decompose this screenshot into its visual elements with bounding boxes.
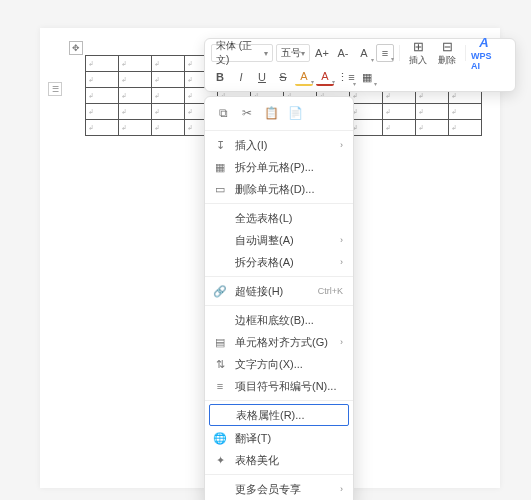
- menu-item[interactable]: ↧插入(I)›: [205, 134, 353, 156]
- table-cell[interactable]: [119, 120, 152, 136]
- menu-item-label: 自动调整(A): [235, 233, 332, 248]
- table-cell[interactable]: [416, 120, 449, 136]
- menu-item-icon: ⇅: [213, 358, 227, 371]
- table-cell[interactable]: [86, 56, 119, 72]
- chevron-right-icon: ›: [340, 484, 343, 494]
- delete-button[interactable]: ⊟删除: [434, 39, 460, 67]
- menu-item-label: 删除单元格(D)...: [235, 182, 343, 197]
- strike-button[interactable]: S: [274, 68, 292, 86]
- increase-font-button[interactable]: A+: [313, 44, 331, 62]
- table-cell[interactable]: [86, 88, 119, 104]
- table-cell[interactable]: [449, 104, 482, 120]
- menu-item-icon: ≡: [213, 380, 227, 392]
- menu-item[interactable]: 🔗超链接(H)Ctrl+K: [205, 280, 353, 302]
- decrease-font-button[interactable]: A-: [334, 44, 352, 62]
- menu-item-icon: ↧: [213, 139, 227, 152]
- menu-item[interactable]: ✦表格美化: [205, 449, 353, 471]
- chevron-right-icon: ›: [340, 337, 343, 347]
- table-cell[interactable]: [152, 120, 185, 136]
- menu-item[interactable]: ▤单元格对齐方式(G)›: [205, 331, 353, 353]
- font-color-button[interactable]: A: [316, 68, 334, 86]
- table-cell[interactable]: [152, 56, 185, 72]
- menu-item[interactable]: ▦拆分单元格(P)...: [205, 156, 353, 178]
- menu-item-icon: 🌐: [213, 432, 227, 445]
- menu-item-label: 全选表格(L): [235, 211, 343, 226]
- highlight-color-button[interactable]: A: [295, 68, 313, 86]
- italic-button[interactable]: I: [232, 68, 250, 86]
- floating-format-toolbar: 宋体 (正文)▾ 五号▾ A+ A- A ≡ ⊞插入 ⊟删除 AWPS AI B…: [204, 38, 516, 92]
- table-cell[interactable]: [383, 120, 416, 136]
- menu-item-icon: ▭: [213, 183, 227, 196]
- menu-item[interactable]: 更多会员专享›: [205, 478, 353, 500]
- menu-item-icon: ▤: [213, 336, 227, 349]
- font-size-select[interactable]: 五号▾: [276, 44, 310, 62]
- menu-item-icon: 🔗: [213, 285, 227, 298]
- menu-item[interactable]: 全选表格(L): [205, 207, 353, 229]
- menu-item-label: 项目符号和编号(N)...: [235, 379, 343, 394]
- table-cell[interactable]: [119, 56, 152, 72]
- bold-button[interactable]: B: [211, 68, 229, 86]
- menu-item[interactable]: ≡项目符号和编号(N)...: [205, 375, 353, 397]
- menu-item[interactable]: ▭删除单元格(D)...: [205, 178, 353, 200]
- menu-item-label: 更多会员专享: [235, 482, 332, 497]
- table-cell[interactable]: [350, 120, 383, 136]
- chevron-right-icon: ›: [340, 235, 343, 245]
- menu-item-label: 拆分单元格(P)...: [235, 160, 343, 175]
- menu-item-icon: ▦: [213, 161, 227, 174]
- insert-icon: ⊞: [413, 39, 424, 53]
- menu-item-shortcut: Ctrl+K: [318, 286, 343, 296]
- border-button[interactable]: ▦: [358, 68, 376, 86]
- menu-item-label: 插入(I): [235, 138, 332, 153]
- font-family-select[interactable]: 宋体 (正文)▾: [211, 44, 273, 62]
- table-cell[interactable]: [449, 120, 482, 136]
- table-cell[interactable]: [86, 104, 119, 120]
- chevron-right-icon: ›: [340, 257, 343, 267]
- chevron-right-icon: ›: [340, 140, 343, 150]
- menu-item-icon: ✦: [213, 454, 227, 467]
- table-cell[interactable]: [86, 72, 119, 88]
- table-cell[interactable]: [350, 104, 383, 120]
- paste-icon[interactable]: 📋: [263, 105, 279, 121]
- table-context-menu: ⧉ ✂ 📋 📄 ↧插入(I)›▦拆分单元格(P)...▭删除单元格(D)...全…: [204, 96, 354, 500]
- table-cell[interactable]: [152, 72, 185, 88]
- menu-item[interactable]: 边框和底纹(B)...: [205, 309, 353, 331]
- menu-item[interactable]: ⇅文字方向(X)...: [205, 353, 353, 375]
- menu-item-label: 表格属性(R)...: [236, 408, 338, 423]
- menu-item-label: 超链接(H): [235, 284, 310, 299]
- insert-button[interactable]: ⊞插入: [405, 39, 431, 67]
- table-cell[interactable]: [152, 88, 185, 104]
- delete-icon: ⊟: [442, 39, 453, 53]
- menu-item[interactable]: 拆分表格(A)›: [205, 251, 353, 273]
- underline-button[interactable]: U: [253, 68, 271, 86]
- table-cell[interactable]: [86, 120, 119, 136]
- paste-special-icon[interactable]: 📄: [287, 105, 303, 121]
- copy-icon[interactable]: ⧉: [215, 105, 231, 121]
- menu-item[interactable]: 🌐翻译(T): [205, 427, 353, 449]
- cut-icon[interactable]: ✂: [239, 105, 255, 121]
- table-move-handle[interactable]: ✥: [69, 41, 83, 55]
- menu-item-label: 翻译(T): [235, 431, 343, 446]
- menu-item[interactable]: 表格属性(R)...: [209, 404, 349, 426]
- menu-item-label: 拆分表格(A): [235, 255, 332, 270]
- menu-item-label: 表格美化: [235, 453, 343, 468]
- clear-format-button[interactable]: A: [355, 44, 373, 62]
- menu-item[interactable]: 自动调整(A)›: [205, 229, 353, 251]
- table-cell[interactable]: [383, 104, 416, 120]
- menu-item-label: 文字方向(X)...: [235, 357, 343, 372]
- menu-item-label: 边框和底纹(B)...: [235, 313, 343, 328]
- table-cell[interactable]: [416, 104, 449, 120]
- align-button[interactable]: ≡: [376, 44, 394, 62]
- table-cell[interactable]: [119, 104, 152, 120]
- list-button[interactable]: ⋮≡: [337, 68, 355, 86]
- table-cell[interactable]: [119, 88, 152, 104]
- ai-icon: A: [479, 36, 488, 50]
- border-icon: ▦: [362, 71, 372, 84]
- table-cell[interactable]: [152, 104, 185, 120]
- menu-item-label: 单元格对齐方式(G): [235, 335, 332, 350]
- table-cell[interactable]: [119, 72, 152, 88]
- context-clipboard-row: ⧉ ✂ 📋 📄: [205, 103, 353, 127]
- ruler-marker: ☰: [48, 82, 62, 96]
